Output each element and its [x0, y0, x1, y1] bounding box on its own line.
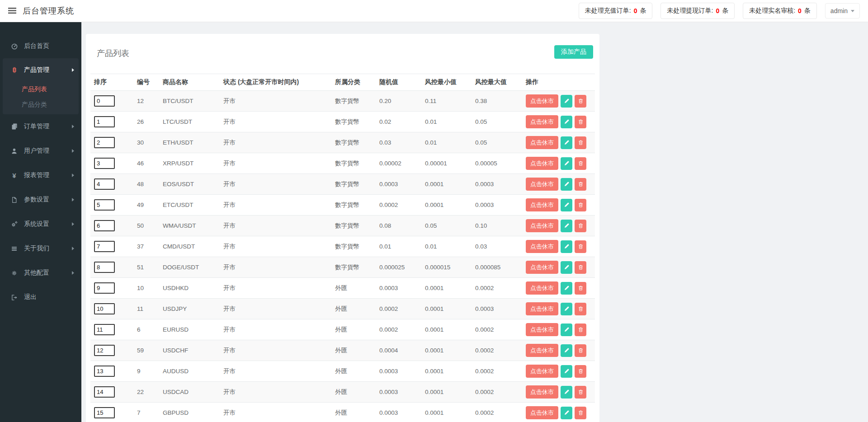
sort-order-input[interactable]	[94, 303, 115, 314]
delete-button[interactable]	[575, 136, 586, 149]
close-market-button[interactable]: 点击休市	[526, 198, 558, 211]
close-market-button[interactable]: 点击休市	[526, 323, 558, 336]
delete-button[interactable]	[575, 95, 586, 108]
delete-button[interactable]	[575, 116, 586, 128]
sort-order-input[interactable]	[94, 262, 115, 273]
edit-button[interactable]	[561, 220, 572, 232]
delete-button[interactable]	[575, 261, 586, 274]
close-market-button[interactable]: 点击休市	[526, 136, 558, 149]
edit-button[interactable]	[561, 282, 572, 295]
edit-button[interactable]	[561, 240, 572, 253]
edit-button[interactable]	[561, 157, 572, 170]
sort-order-input[interactable]	[94, 137, 115, 148]
risk-max-value: 0.0002	[472, 340, 522, 361]
sort-order-input[interactable]	[94, 241, 115, 252]
edit-button[interactable]	[561, 261, 572, 274]
delete-button[interactable]	[575, 220, 586, 232]
sidebar-item-home[interactable]: 后台首页	[0, 34, 81, 58]
sort-order-input[interactable]	[94, 95, 115, 107]
sidebar-item-logout[interactable]: 退出	[0, 285, 81, 309]
pending-withdrawal-orders-badge[interactable]: 未处理提现订单: 0 条	[660, 3, 735, 19]
delete-button[interactable]	[575, 303, 586, 315]
risk-min-value: 0.000015	[421, 257, 472, 278]
close-market-button[interactable]: 点击休市	[526, 281, 558, 295]
sort-order-input[interactable]	[94, 116, 115, 127]
add-product-button[interactable]: 添加产品	[554, 45, 593, 59]
sidebar-item-report-management[interactable]: ¥ 报表管理	[0, 163, 81, 188]
close-market-button[interactable]: 点击休市	[526, 240, 558, 253]
product-name: GBPUSD	[159, 403, 220, 422]
sort-order-input[interactable]	[94, 220, 115, 231]
close-market-button[interactable]: 点击休市	[526, 302, 558, 315]
close-market-button[interactable]: 点击休市	[526, 219, 558, 232]
delete-button[interactable]	[575, 157, 586, 170]
pending-recharge-orders-badge[interactable]: 未处理充值订单: 0 条	[579, 3, 653, 19]
sidebar-item-product-list[interactable]: 产品列表	[3, 82, 79, 97]
delete-button[interactable]	[575, 407, 586, 419]
sort-order-input[interactable]	[94, 199, 115, 211]
pending-kyc-review-badge[interactable]: 未处理实名审核: 0 条	[743, 3, 817, 19]
table-row: 9 AUDUSD 开市 外匯 0.0003 0.0001 0.0002 点击休市	[90, 361, 595, 382]
delete-button[interactable]	[575, 324, 586, 336]
sidebar-item-order-management[interactable]: 订单管理	[0, 114, 81, 139]
sort-order-input[interactable]	[94, 282, 115, 294]
edit-button[interactable]	[561, 344, 572, 357]
close-market-button[interactable]: 点击休市	[526, 115, 558, 128]
edit-button[interactable]	[561, 386, 572, 399]
delete-button[interactable]	[575, 386, 586, 399]
close-market-button[interactable]: 点击休市	[526, 385, 558, 399]
close-market-button[interactable]: 点击休市	[526, 261, 558, 274]
panel-heading: 产品列表 添加产品	[86, 34, 599, 74]
sidebar-item-parameter-settings[interactable]: 参数设置	[0, 188, 81, 212]
sidebar-item-user-management[interactable]: 用户管理	[0, 139, 81, 163]
product-id: 59	[133, 340, 159, 361]
close-market-button[interactable]: 点击休市	[526, 406, 558, 419]
sort-order-input[interactable]	[94, 366, 115, 377]
column-header-risk-min: 风控最小值	[421, 74, 472, 91]
edit-button[interactable]	[561, 178, 572, 191]
admin-user-dropdown[interactable]: admin	[825, 3, 860, 19]
delete-button[interactable]	[575, 282, 586, 295]
sort-order-input[interactable]	[94, 324, 115, 335]
table-row: 59 USDCHF 开市 外匯 0.0004 0.0001 0.0002 点击休…	[90, 340, 595, 361]
sort-order-input[interactable]	[94, 158, 115, 169]
sidebar-item-product-management[interactable]: 产品管理	[3, 58, 79, 82]
edit-button[interactable]	[561, 199, 572, 211]
edit-button[interactable]	[561, 303, 572, 315]
close-market-button[interactable]: 点击休市	[526, 178, 558, 191]
sort-order-input[interactable]	[94, 407, 115, 418]
close-market-button[interactable]: 点击休市	[526, 344, 558, 357]
delete-button[interactable]	[575, 199, 586, 211]
delete-button[interactable]	[575, 365, 586, 378]
hamburger-menu-icon[interactable]	[8, 8, 16, 14]
sort-order-input[interactable]	[94, 178, 115, 190]
trash-icon	[578, 264, 584, 270]
risk-max-value: 0.0002	[472, 382, 522, 403]
edit-button[interactable]	[561, 407, 572, 419]
edit-button[interactable]	[561, 365, 572, 378]
badge-label: 未处理实名审核:	[749, 7, 795, 15]
sidebar-item-other-config[interactable]: 其他配置	[0, 261, 81, 285]
close-market-button[interactable]: 点击休市	[526, 365, 558, 378]
risk-min-value: 0.01	[421, 112, 472, 132]
edit-button[interactable]	[561, 324, 572, 336]
edit-button[interactable]	[561, 95, 572, 108]
close-market-button[interactable]: 点击休市	[526, 94, 558, 108]
edit-button[interactable]	[561, 136, 572, 149]
delete-button[interactable]	[575, 178, 586, 191]
sidebar-item-about-us[interactable]: 关于我们	[0, 236, 81, 261]
close-market-button[interactable]: 点击休市	[526, 157, 558, 170]
delete-button[interactable]	[575, 344, 586, 357]
random-value: 0.02	[376, 112, 421, 132]
product-name: EOS/USDT	[159, 174, 220, 195]
edit-button[interactable]	[561, 116, 572, 128]
sidebar-item-system-settings[interactable]: 系统设置	[0, 212, 81, 236]
sidebar-item-product-category[interactable]: 产品分类	[3, 97, 79, 113]
sort-order-input[interactable]	[94, 345, 115, 356]
sort-order-input[interactable]	[94, 386, 115, 398]
delete-button[interactable]	[575, 240, 586, 253]
row-actions: 点击休市	[526, 281, 591, 295]
product-id: 51	[133, 257, 159, 278]
orders-icon	[10, 123, 19, 130]
row-actions: 点击休市	[526, 323, 591, 336]
